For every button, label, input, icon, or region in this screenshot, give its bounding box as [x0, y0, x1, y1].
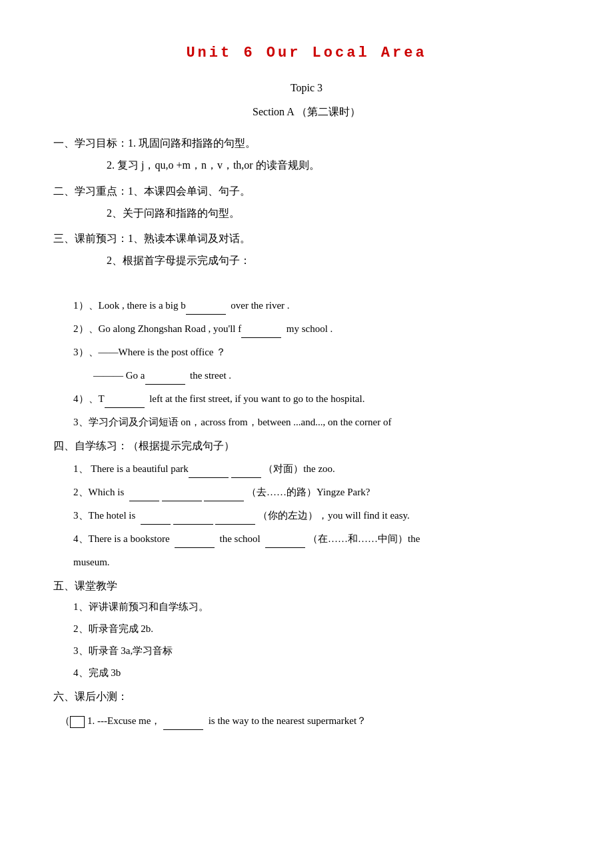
- preview-exercise-4: 4）、T left at the first street, if you wa…: [53, 390, 560, 408]
- blank-s4-1a[interactable]: [189, 467, 229, 478]
- blank-s4-2b[interactable]: [162, 491, 202, 501]
- section-4-item-3: 3、The hotel is （你的左边），you will find it e…: [53, 507, 560, 525]
- blank-2[interactable]: [241, 327, 281, 338]
- section-1: 一、学习目标：1. 巩固问路和指路的句型。 2. 复习 j，qu,o +m，n，…: [53, 134, 560, 175]
- blank-s4-2c[interactable]: [204, 491, 244, 501]
- blank-s4-3a[interactable]: [141, 514, 171, 525]
- section-3: 三、课前预习：1、熟读本课单词及对话。 2、根据首字母提示完成句子：: [53, 229, 560, 271]
- preview-exercise-2: 2）、Go along Zhongshan Road , you'll f my…: [53, 320, 560, 338]
- blank-4[interactable]: [105, 397, 145, 408]
- section-5-item-2: 2、听录音完成 2b.: [53, 620, 560, 638]
- preview-exercise-3b: ——— Go a the street .: [53, 367, 560, 385]
- section-2-header: 二、学习重点：1、本课四会单词、句子。: [53, 182, 560, 201]
- section-4-item-2: 2、Which is （去……的路）Yingze Park?: [53, 483, 560, 501]
- blank-s6-1[interactable]: [163, 719, 203, 730]
- section-3-note: 3、学习介词及介词短语 on，across from，between ...an…: [53, 413, 560, 431]
- section-3-header: 三、课前预习：1、熟读本课单词及对话。: [53, 229, 560, 249]
- blank-3[interactable]: [145, 374, 185, 385]
- page-title: Unit 6 Our Local Area: [53, 40, 560, 67]
- section-title: Section A （第二课时）: [53, 103, 560, 122]
- section-6-item-1: （1. ---Excuse me， is the way to the near…: [53, 712, 560, 730]
- section-2-item-2: 2、关于问路和指路的句型。: [53, 204, 560, 223]
- section-1-header: 一、学习目标：1. 巩固问路和指路的句型。: [53, 134, 560, 153]
- section-2: 二、学习重点：1、本课四会单词、句子。 2、关于问路和指路的句型。: [53, 182, 560, 223]
- blank-s4-3c[interactable]: [215, 514, 255, 525]
- subtitle: Topic 3: [53, 79, 560, 98]
- section-5-item-1: 1、评讲课前预习和自学练习。: [53, 598, 560, 616]
- section-4-item-1: 1、 There is a beautiful park （对面）the zoo…: [53, 460, 560, 478]
- preview-exercise-1: 1）、Look , there is a big b over the rive…: [53, 297, 560, 315]
- preview-exercise-3: 3）、——Where is the post office ？: [53, 343, 560, 361]
- blank-s4-4b[interactable]: [265, 537, 305, 548]
- section-6-header: 六、课后小测：: [53, 687, 560, 707]
- section-5-header: 五、课堂教学: [53, 577, 560, 596]
- section-1-item-2: 2. 复习 j，qu,o +m，n，v，th,or 的读音规则。: [53, 156, 560, 175]
- section-4-item-4: 4、There is a bookstore the school （在……和……: [53, 530, 560, 548]
- blank-s4-2a[interactable]: [129, 491, 159, 501]
- section-4-header: 四、自学练习：（根据提示完成句子）: [53, 437, 560, 456]
- blank-1[interactable]: [186, 304, 226, 315]
- blank-s4-4a[interactable]: [175, 537, 215, 548]
- answer-blank-paren[interactable]: [70, 716, 85, 728]
- section-5-item-3: 3、听录音 3a,学习音标: [53, 642, 560, 660]
- blank-s4-1b[interactable]: [231, 467, 261, 478]
- section-3-item-2: 2、根据首字母提示完成句子：: [53, 251, 560, 271]
- section-5-item-4: 4、完成 3b: [53, 664, 560, 682]
- blank-s4-3b[interactable]: [173, 514, 213, 525]
- section-4-item-4-cont: museum.: [53, 553, 560, 571]
